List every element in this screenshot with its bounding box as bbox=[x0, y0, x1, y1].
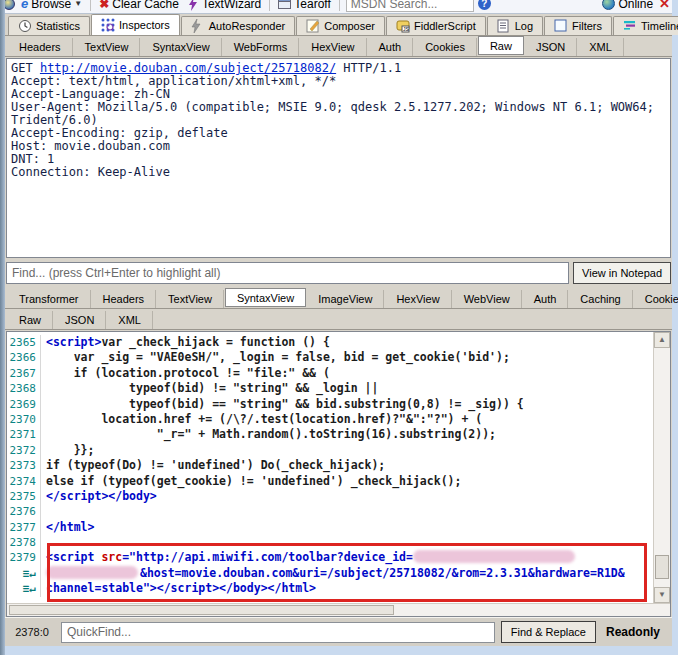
tab-label: AutoResponder bbox=[209, 20, 285, 32]
request-tab-textview[interactable]: TextView bbox=[74, 38, 141, 56]
hscrollbar-thumb[interactable] bbox=[9, 605, 394, 615]
tab-composer[interactable]: Composer bbox=[296, 16, 385, 35]
comment-icon[interactable] bbox=[5, 0, 15, 10]
tab-label: FiddlerScript bbox=[414, 20, 476, 32]
find-input[interactable] bbox=[6, 262, 569, 284]
scrollbar-thumb[interactable] bbox=[655, 555, 669, 579]
tab-label: Cookies bbox=[425, 41, 465, 53]
tab-label: Composer bbox=[324, 20, 375, 32]
response-tab-caching[interactable]: Caching bbox=[569, 290, 632, 308]
request-tab-webforms[interactable]: WebForms bbox=[223, 38, 300, 56]
msdn-search-box[interactable]: MSDN Search... bbox=[346, 0, 474, 12]
tab-label: WebView bbox=[464, 293, 510, 305]
find-replace-button[interactable]: Find & Replace bbox=[501, 621, 596, 643]
redacted-blur bbox=[46, 566, 138, 579]
tab-inspectors[interactable]: Inspectors bbox=[91, 14, 180, 35]
tab-label: XML bbox=[118, 314, 141, 326]
line-wrap-icon: ≡↵ bbox=[7, 581, 41, 596]
view-in-notepad-button[interactable]: View in Notepad bbox=[573, 262, 671, 284]
vertical-scrollbar[interactable]: ▲ ▼ bbox=[653, 332, 670, 603]
tearoff-button[interactable]: Tearoff bbox=[276, 0, 332, 11]
response-tab-json[interactable]: JSON bbox=[54, 311, 106, 329]
line-number: 2365 bbox=[7, 335, 41, 350]
svg-text:JS: JS bbox=[403, 26, 410, 32]
request-tab-json[interactable]: JSON bbox=[525, 38, 577, 56]
tearoff-label: Tearoff bbox=[294, 0, 330, 11]
code-line: ≡↵channel=stable"></script></body></html… bbox=[7, 581, 653, 596]
request-tab-cookies[interactable]: Cookies bbox=[414, 38, 477, 56]
request-tab-headers[interactable]: Headers bbox=[8, 38, 73, 56]
script-icon: JS bbox=[396, 19, 410, 33]
tab-label: Caching bbox=[580, 293, 620, 305]
window-icon bbox=[278, 0, 291, 9]
response-tab-textview[interactable]: TextView bbox=[157, 290, 224, 308]
response-tab-webview[interactable]: WebView bbox=[453, 290, 522, 308]
response-tab-auth[interactable]: Auth bbox=[523, 290, 569, 308]
line-number: 2372 bbox=[7, 443, 41, 458]
clear-cache-icon: ✖ bbox=[99, 0, 109, 11]
request-tab-syntaxview[interactable]: SyntaxView bbox=[141, 38, 221, 56]
tab-label: XML bbox=[589, 41, 612, 53]
tab-label: Filters bbox=[572, 20, 602, 32]
readonly-badge: Readonly bbox=[602, 625, 668, 639]
close-icon[interactable]: ✕ bbox=[659, 0, 670, 11]
tab-label: TextView bbox=[168, 293, 212, 305]
tab-label: HexView bbox=[311, 41, 354, 53]
code-line: 2365<script>var _check_hijack = function… bbox=[7, 335, 653, 350]
toolbar-divider bbox=[90, 0, 91, 11]
scroll-down-icon[interactable]: ▼ bbox=[654, 587, 670, 603]
tab-timeline[interactable]: Timeline bbox=[613, 16, 678, 35]
response-tab-syntaxview[interactable]: SyntaxView bbox=[225, 288, 306, 307]
scroll-up-icon[interactable]: ▲ bbox=[654, 332, 670, 348]
code-line: 2372 }}; bbox=[7, 443, 653, 458]
response-tab-xml[interactable]: XML bbox=[107, 311, 153, 329]
line-number: 2366 bbox=[7, 350, 41, 365]
tab-log[interactable]: Log bbox=[487, 16, 543, 35]
code-line: 2369 typeof(bid) == "string" && bid.subs… bbox=[7, 397, 653, 412]
main-tab-strip: StatisticsInspectorsAutoResponderCompose… bbox=[5, 14, 672, 36]
quickfind-input[interactable] bbox=[61, 622, 495, 643]
tab-label: JSON bbox=[536, 41, 565, 53]
line-number: 2367 bbox=[7, 366, 41, 381]
request-tab-hexview[interactable]: HexView bbox=[300, 38, 366, 56]
code-line: ≡↵&host=movie.douban.com&uri=/subject/25… bbox=[7, 566, 653, 581]
request-tab-auth[interactable]: Auth bbox=[368, 38, 414, 56]
editor-status-bar: 2378:0 Find & Replace Readonly bbox=[5, 617, 672, 646]
request-tab-raw[interactable]: Raw bbox=[478, 36, 524, 55]
scrollbar-track[interactable] bbox=[654, 348, 670, 587]
tab-autoresponder[interactable]: AutoResponder bbox=[181, 16, 295, 35]
chevron-down-icon[interactable]: ▼ bbox=[74, 0, 82, 8]
textwizard-button[interactable]: TextWizard bbox=[185, 0, 263, 11]
toolbar-divider bbox=[269, 0, 270, 11]
find-bar: View in Notepad bbox=[5, 258, 672, 288]
tab-statistics[interactable]: Statistics bbox=[8, 16, 90, 35]
request-tab-strip: HeadersTextViewSyntaxViewWebFormsHexView… bbox=[5, 36, 672, 57]
request-tab-xml[interactable]: XML bbox=[578, 38, 624, 56]
help-icon[interactable]: ? bbox=[478, 0, 491, 10]
code-view[interactable]: 2365<script>var _check_hijack = function… bbox=[7, 332, 653, 603]
clear-cache-button[interactable]: ✖ Clear Cache bbox=[97, 0, 181, 11]
tab-label: Auth bbox=[534, 293, 557, 305]
response-tab-transformer[interactable]: Transformer bbox=[8, 290, 91, 308]
online-indicator[interactable]: Online bbox=[600, 0, 655, 11]
response-tab-raw[interactable]: Raw bbox=[8, 311, 53, 329]
response-tab-hexview[interactable]: HexView bbox=[385, 290, 451, 308]
request-url-link[interactable]: http://movie.douban.com/subject/25718082… bbox=[40, 61, 336, 75]
code-line: 2375</script></body> bbox=[7, 489, 653, 504]
tab-fiddlerscript[interactable]: JSFiddlerScript bbox=[386, 16, 486, 35]
tab-label: Statistics bbox=[36, 20, 80, 32]
request-header-line: Host: movie.douban.com bbox=[11, 140, 666, 153]
tab-filters[interactable]: Filters bbox=[544, 16, 612, 35]
lightning-icon bbox=[191, 19, 205, 33]
horizontal-scrollbar[interactable] bbox=[7, 603, 670, 616]
composer-icon bbox=[306, 19, 320, 33]
response-tab-imageview[interactable]: ImageView bbox=[307, 290, 384, 308]
clock-icon bbox=[18, 19, 32, 33]
response-tab-headers[interactable]: Headers bbox=[92, 290, 157, 308]
response-tab-cookies[interactable]: Cookies bbox=[634, 290, 678, 308]
tab-label: ImageView bbox=[318, 293, 372, 305]
browse-button[interactable]: e Browse ▼ bbox=[19, 0, 84, 11]
tab-label: Transformer bbox=[19, 293, 79, 305]
code-line: 2366 var _sig = "VAE0eSH/", _login = fal… bbox=[7, 350, 653, 365]
browse-label: Browse bbox=[31, 0, 71, 11]
